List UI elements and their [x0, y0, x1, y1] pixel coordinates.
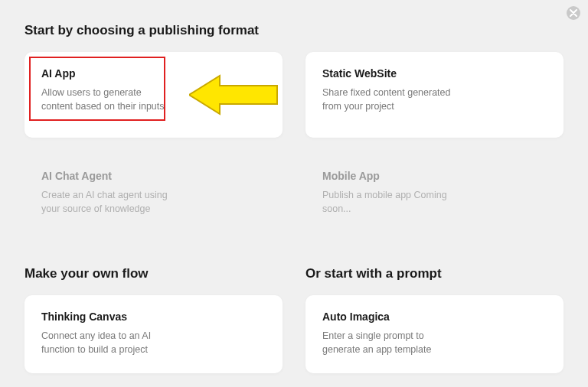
card-static-website[interactable]: Static WebSite Share fixed content gener… [305, 52, 564, 138]
card-desc: Enter a single prompt to generate an app… [322, 329, 452, 356]
svg-marker-0 [189, 76, 277, 114]
card-title: Static WebSite [322, 67, 547, 80]
card-title: AI App [41, 67, 266, 80]
card-title: AI Chat Agent [41, 170, 266, 182]
card-title: Thinking Canvas [41, 311, 266, 323]
card-desc: Connect any idea to an AI function to bu… [41, 329, 172, 356]
card-ai-chat-agent: AI Chat Agent Create an AI chat agent us… [24, 154, 283, 240]
card-thinking-canvas[interactable]: Thinking Canvas Connect any idea to an A… [24, 295, 283, 373]
section-title-publishing-format: Start by choosing a publishing format [24, 23, 564, 38]
card-mobile-app: Mobile App Publish a mobile app Coming s… [305, 154, 564, 240]
format-chooser-dialog: Start by choosing a publishing format AI… [0, 0, 588, 373]
close-icon [570, 6, 577, 20]
col-make-your-own-flow: Make your own flow Thinking Canvas Conne… [24, 266, 283, 373]
card-ai-app[interactable]: AI App Allow users to generate content b… [24, 52, 283, 138]
close-button[interactable] [567, 6, 580, 20]
section-title-make-flow: Make your own flow [24, 266, 283, 281]
publishing-format-grid: AI App Allow users to generate content b… [24, 52, 564, 240]
card-title: Auto Imagica [322, 311, 547, 323]
card-desc: Allow users to generate content based on… [41, 86, 172, 113]
card-auto-imagica[interactable]: Auto Imagica Enter a single prompt to ge… [305, 295, 564, 373]
card-desc: Publish a mobile app Coming soon... [322, 188, 452, 216]
card-desc: Create an AI chat agent using your sourc… [41, 188, 172, 216]
card-title: Mobile App [322, 170, 547, 182]
card-desc: Share fixed content generated from your … [322, 86, 452, 113]
section-title-start-prompt: Or start with a prompt [305, 266, 564, 281]
col-start-with-prompt: Or start with a prompt Auto Imagica Ente… [305, 266, 564, 373]
secondary-options-row: Make your own flow Thinking Canvas Conne… [24, 266, 564, 373]
